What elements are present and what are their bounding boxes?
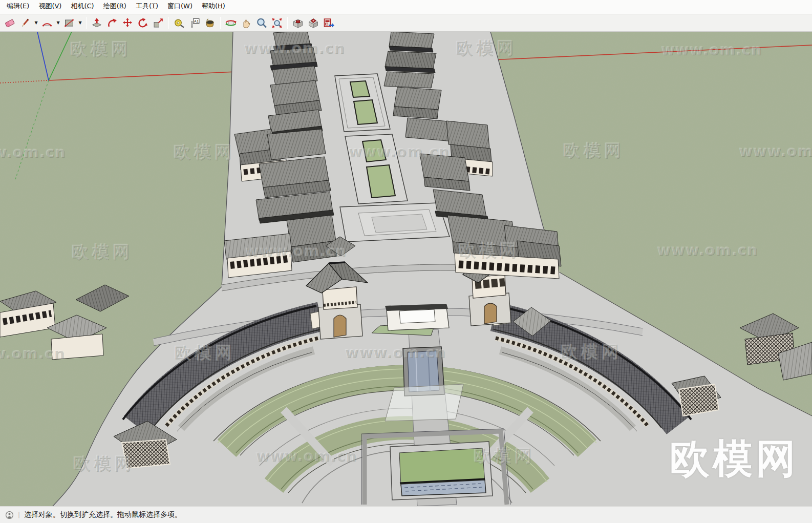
sketchup-window: 编辑(E)视图(V)相机(C)绘图(R)工具(T)窗口(W)帮助(H) ▼▼▼A…	[0, 0, 812, 523]
menu-camera[interactable]: 相机(C)	[66, 0, 98, 14]
zoom-tool-button[interactable]	[254, 16, 269, 30]
line-tool-button[interactable]	[17, 16, 33, 30]
push-pull-tool-button[interactable]	[89, 16, 104, 30]
toolbar-separator	[287, 17, 288, 29]
3d-viewport[interactable]: 欧模网www.om.cn欧模网www.om.cnwww.om.cn欧模网www.…	[0, 32, 812, 506]
paint-bucket-icon	[204, 17, 216, 29]
eraser-icon	[4, 17, 16, 29]
pan-icon	[240, 17, 252, 29]
move-icon	[121, 17, 134, 29]
menu-draw[interactable]: 绘图(R)	[99, 0, 131, 14]
gable-end	[679, 384, 719, 416]
follow-me-icon	[106, 17, 118, 29]
text-tool-button[interactable]: A1	[187, 16, 202, 30]
paint-bucket-tool-button[interactable]	[202, 16, 218, 30]
rectangle-icon	[63, 17, 75, 29]
share-model-icon	[307, 17, 319, 29]
tape-measure-tool-button[interactable]	[172, 16, 187, 30]
share-model-tool-button[interactable]	[306, 16, 321, 30]
follow-me-tool-button[interactable]	[104, 16, 120, 30]
rectangle-dropdown-arrow[interactable]: ▼	[77, 16, 83, 30]
get-models-tool-button[interactable]	[290, 16, 306, 30]
model-scene[interactable]	[0, 32, 812, 506]
svg-text:A1: A1	[194, 19, 199, 23]
eraser-tool-button[interactable]	[2, 16, 17, 30]
menu-edit[interactable]: 编辑(E)	[2, 0, 34, 14]
push-pull-icon	[91, 17, 103, 29]
orbit-icon	[225, 17, 237, 29]
planter-bed	[350, 81, 370, 97]
share-component-icon	[323, 17, 335, 29]
zoom-extents-icon	[271, 17, 283, 29]
toolbar-separator	[86, 17, 87, 29]
share-component-tool-button[interactable]	[321, 16, 336, 30]
menu-view[interactable]: 视图(V)	[34, 0, 66, 14]
scale-tool-button[interactable]	[151, 16, 166, 30]
arched-door	[334, 315, 346, 337]
status-separator: |	[18, 511, 20, 518]
arc-dropdown-arrow[interactable]: ▼	[55, 16, 61, 30]
get-models-icon	[292, 17, 304, 29]
menu-tools[interactable]: 工具(T)	[131, 0, 163, 14]
arched-door	[484, 303, 497, 324]
toolbar-separator	[220, 17, 221, 29]
pan-tool-button[interactable]	[239, 16, 254, 30]
toolbar: ▼▼▼A1	[0, 14, 812, 32]
rectangle-tool-button[interactable]	[61, 16, 77, 30]
status-hint-text: 选择对象。切换到扩充选择。拖动鼠标选择多项。	[24, 510, 182, 519]
menu-bar: 编辑(E)视图(V)相机(C)绘图(R)工具(T)窗口(W)帮助(H)	[0, 0, 812, 14]
glass-canopy	[385, 384, 463, 421]
orbit-tool-button[interactable]	[223, 16, 239, 30]
text-icon: A1	[188, 17, 201, 29]
rotate-icon	[137, 17, 149, 29]
zoom-extents-tool-button[interactable]	[269, 16, 285, 30]
menu-window[interactable]: 窗口(W)	[163, 0, 197, 14]
menu-help[interactable]: 帮助(H)	[197, 0, 230, 14]
move-tool-button[interactable]	[120, 16, 135, 30]
rotate-tool-button[interactable]	[135, 16, 151, 30]
gable-end	[122, 440, 170, 468]
arc-tool-button[interactable]	[39, 16, 55, 30]
zoom-icon	[255, 17, 268, 29]
person-circle-icon	[5, 511, 14, 519]
tape-measure-icon	[173, 17, 185, 29]
scale-icon	[152, 17, 164, 29]
line-dropdown-arrow[interactable]: ▼	[33, 16, 39, 30]
line-icon	[19, 17, 31, 29]
arc-icon	[41, 17, 53, 29]
toolbar-separator	[168, 17, 169, 29]
status-bar: | 选择对象。切换到扩充选择。拖动鼠标选择多项。	[0, 506, 812, 523]
